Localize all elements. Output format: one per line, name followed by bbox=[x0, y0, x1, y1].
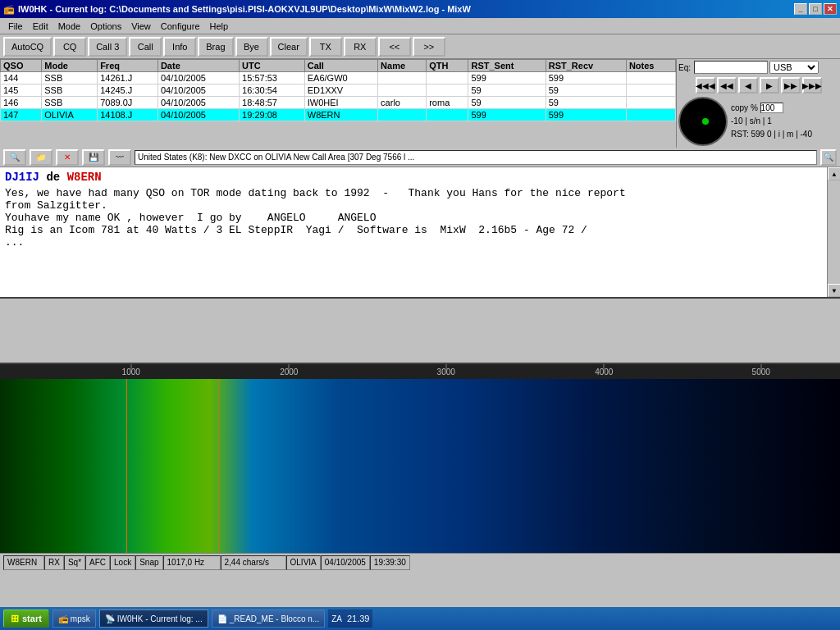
cell-mode: SSB bbox=[42, 97, 98, 109]
col-freq: Freq bbox=[98, 60, 158, 72]
call-button[interactable]: Call bbox=[129, 37, 162, 57]
taskbar: ⊞ start 📻 mpsk 📡 IW0HK - Current log: ..… bbox=[0, 607, 840, 630]
info-btn-wave[interactable]: 〰 bbox=[108, 149, 131, 166]
col-qth: QTH bbox=[427, 60, 468, 72]
chat-line: Yes, we have had many QSO on TOR mode da… bbox=[5, 187, 835, 199]
rx-button[interactable]: RX bbox=[344, 37, 377, 57]
maximize-button[interactable]: □ bbox=[809, 3, 822, 15]
brag-button[interactable]: Brag bbox=[198, 37, 233, 57]
mode-select[interactable]: USB LSB CW AM FM OLIVIA bbox=[769, 61, 819, 74]
chat-scroll-down[interactable]: ▼ bbox=[828, 284, 840, 297]
table-row[interactable]: 147OLIVIA14108.J04/10/200519:29:08W8ERN5… bbox=[1, 109, 676, 121]
menu-configure[interactable]: Configure bbox=[156, 20, 205, 33]
taskbar-icon-iw0hk: 📡 bbox=[105, 614, 115, 623]
table-row[interactable]: 144SSB14261.J04/10/200515:57:53EA6/GW059… bbox=[1, 72, 676, 84]
sn-row: -10 | s/n | 1 bbox=[731, 116, 812, 127]
caller-callsign: DJ1IJ bbox=[5, 171, 39, 184]
call3-button[interactable]: Call 3 bbox=[88, 37, 127, 57]
start-button[interactable]: ⊞ start bbox=[3, 609, 49, 628]
menu-view[interactable]: View bbox=[126, 20, 156, 33]
cell-utc: 18:48:57 bbox=[240, 97, 305, 109]
bye-button[interactable]: Bye bbox=[235, 37, 268, 57]
autocq-button[interactable]: AutoCQ bbox=[3, 37, 52, 57]
menu-help[interactable]: Help bbox=[205, 20, 234, 33]
clear-button[interactable]: Clear bbox=[270, 37, 308, 57]
vfo->>-button[interactable]: ▶▶ bbox=[781, 77, 801, 94]
cell-qth bbox=[427, 109, 468, 121]
frequency-input[interactable]: 14.108.500 bbox=[694, 61, 768, 74]
cell-utc: 16:30:54 bbox=[240, 84, 305, 97]
menu-mode[interactable]: Mode bbox=[53, 20, 86, 33]
status-date: 04/10/2005 bbox=[321, 555, 370, 570]
status-lock: Lock bbox=[110, 555, 135, 570]
cell-notes bbox=[626, 109, 675, 121]
status-afc: AFC bbox=[85, 555, 110, 570]
frequency-row: Eq: 14.108.500 USB LSB CW AM FM OLIVIA bbox=[678, 61, 838, 74]
vfo-<<<-button[interactable]: ◀◀◀ bbox=[696, 77, 715, 94]
chat-scrollbar[interactable]: ▲ ▼ bbox=[827, 167, 840, 297]
chat-line: Rig is an Icom 781 at 40 Watts / 3 EL St… bbox=[5, 224, 835, 236]
cell-mode: SSB bbox=[42, 84, 98, 97]
info-bar: 🔍 📁 ✕ 💾 〰 United States (K8): New DXCC o… bbox=[0, 148, 840, 167]
cell-date: 04/10/2005 bbox=[158, 72, 239, 84]
cell-qth bbox=[427, 84, 468, 97]
start-label: start bbox=[22, 614, 42, 623]
vfo->>>-button[interactable]: ▶▶▶ bbox=[802, 77, 822, 94]
tx-button[interactable]: TX bbox=[309, 37, 342, 57]
cell-notes bbox=[626, 97, 675, 109]
freq-label: 4000 bbox=[595, 368, 613, 377]
info-text: United States (K8): New DXCC on OLIVIA N… bbox=[135, 150, 817, 165]
cell-date: 04/10/2005 bbox=[158, 109, 239, 121]
cell-notes bbox=[626, 84, 675, 97]
prev-prev-button[interactable]: << bbox=[378, 37, 411, 57]
taskbar-item-mpsk[interactable]: 📻 mpsk bbox=[52, 609, 96, 628]
freq-label: 5000 bbox=[752, 368, 770, 377]
taskbar-label-readme: _READ_ME - Blocco n... bbox=[230, 614, 319, 623]
taskbar-item-readme[interactable]: 📄 _READ_ME - Blocco n... bbox=[212, 609, 325, 628]
status-snap: Snap bbox=[135, 555, 162, 570]
copy-input[interactable] bbox=[760, 103, 783, 113]
col-rst-sent: RST_Sent bbox=[468, 60, 546, 72]
taskbar-tray: ZA 21.39 bbox=[328, 609, 372, 628]
cell-rst_sent: 599 bbox=[468, 109, 546, 121]
freq-label: 2000 bbox=[280, 368, 298, 377]
menu-file[interactable]: File bbox=[3, 20, 28, 33]
info-btn-x[interactable]: ✕ bbox=[56, 149, 79, 166]
table-row[interactable]: 145SSB14245.J04/10/200516:30:54ED1XXV595… bbox=[1, 84, 676, 97]
info-search-button[interactable]: 🔍 bbox=[820, 149, 837, 166]
vfo-<-button[interactable]: ◀ bbox=[738, 77, 758, 94]
taskbar-clock: 21.39 bbox=[344, 614, 370, 623]
log-table: QSO Mode Freq Date UTC Call Name QTH RST… bbox=[0, 59, 676, 121]
info-btn-save[interactable]: 💾 bbox=[82, 149, 105, 166]
minimize-button[interactable]: _ bbox=[794, 3, 807, 15]
chat-lines: Yes, we have had many QSO on TOR mode da… bbox=[5, 187, 835, 249]
chat-scroll-up[interactable]: ▲ bbox=[828, 167, 840, 180]
vfo-controls: ◀◀◀ ◀◀ ◀ ▶ ▶▶ ▶▶▶ bbox=[678, 77, 838, 94]
next-next-button[interactable]: >> bbox=[413, 37, 445, 57]
taskbar-icon-readme: 📄 bbox=[217, 614, 227, 623]
menu-edit[interactable]: Edit bbox=[28, 20, 53, 33]
close-button[interactable]: ✕ bbox=[824, 3, 837, 15]
freq-label: 1000 bbox=[122, 368, 140, 377]
cell-utc: 15:57:53 bbox=[240, 72, 305, 84]
target-callsign: W8ERN bbox=[67, 171, 102, 184]
menu-options[interactable]: Options bbox=[85, 20, 126, 33]
cell-freq: 14261.J bbox=[98, 72, 158, 84]
cell-call: IW0HEI bbox=[304, 97, 377, 109]
cell-rst_sent: 59 bbox=[468, 84, 546, 97]
vfo->-button[interactable]: ▶ bbox=[760, 77, 779, 94]
status-bar: W8ERN RX Sq* AFC Lock Snap 1017,0 Hz 2,4… bbox=[0, 553, 840, 571]
info-button[interactable]: Info bbox=[163, 37, 196, 57]
info-btn-2[interactable]: 📁 bbox=[30, 149, 52, 166]
vfo-<<-button[interactable]: ◀◀ bbox=[717, 77, 737, 94]
copy-row: copy % bbox=[731, 103, 812, 114]
waterfall-canvas[interactable] bbox=[0, 379, 840, 553]
table-row[interactable]: 146SSB7089.0J04/10/200518:48:57IW0HEIcar… bbox=[1, 97, 676, 109]
s-meter-display bbox=[678, 97, 728, 146]
cell-rst_recv: 599 bbox=[546, 109, 626, 121]
info-btn-1[interactable]: 🔍 bbox=[3, 149, 26, 166]
cq-button[interactable]: CQ bbox=[53, 37, 86, 57]
cell-qso: 144 bbox=[1, 72, 42, 84]
taskbar-label-iw0hk: IW0HK - Current log: ... bbox=[117, 614, 203, 623]
taskbar-item-iw0hk[interactable]: 📡 IW0HK - Current log: ... bbox=[99, 609, 208, 628]
